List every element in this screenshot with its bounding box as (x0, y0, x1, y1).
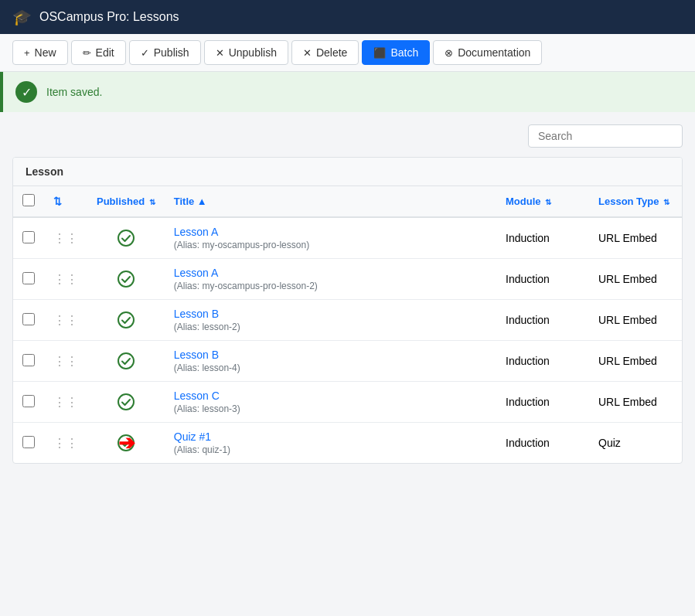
row-drag-cell: ⋮⋮ (44, 217, 87, 259)
row-checkbox[interactable] (22, 231, 35, 243)
row-published-cell (87, 300, 165, 341)
documentation-button[interactable]: ⊗ Documentation (433, 40, 542, 65)
search-input[interactable] (528, 124, 683, 148)
lesson-title-link[interactable]: Lesson A (174, 267, 219, 279)
published-status-icon[interactable] (97, 230, 155, 247)
drag-handle-icon[interactable]: ⋮⋮ (53, 437, 78, 450)
table-row: ⋮⋮ ➔ Quiz #1 (Alias: quiz-1) Induction Q… (13, 423, 682, 464)
row-checkbox-cell (13, 423, 44, 464)
published-sort-icon: ⇅ (149, 198, 155, 206)
published-status-icon[interactable] (97, 311, 155, 328)
row-checkbox[interactable] (22, 436, 35, 448)
row-published-cell (87, 217, 165, 259)
new-button-label: New (35, 46, 56, 59)
row-checkbox[interactable] (22, 395, 35, 407)
row-checkbox[interactable] (22, 354, 35, 366)
publish-button[interactable]: ✓ Publish (129, 40, 201, 65)
delete-button[interactable]: ✕ Delete (291, 40, 359, 65)
col-module-header[interactable]: Module ⇅ (496, 186, 589, 217)
lesson-type-value: Quiz (598, 437, 621, 449)
col-lesson-type-header[interactable]: Lesson Type ⇅ (589, 186, 682, 217)
module-value: Induction (506, 355, 550, 367)
row-checkbox[interactable] (22, 313, 35, 325)
app-title: OSCampus Pro: Lessons (39, 10, 179, 24)
svg-point-4 (118, 394, 134, 410)
row-published-cell (87, 341, 165, 382)
batch-icon: ⬛ (373, 47, 386, 59)
row-drag-cell: ⋮⋮ (44, 423, 87, 464)
row-checkbox-cell (13, 382, 44, 423)
row-checkbox-cell (13, 217, 44, 259)
row-lesson-type-cell: URL Embed (589, 341, 682, 382)
drag-handle-icon[interactable]: ⋮⋮ (53, 273, 78, 286)
svg-point-1 (118, 271, 134, 287)
panel-title: Lesson (13, 158, 682, 186)
toolbar: + New ✏ Edit ✓ Publish ✕ Unpublish ✕ Del… (0, 34, 695, 72)
row-module-cell: Induction (496, 217, 589, 259)
check-icon: ✓ (141, 47, 149, 59)
edit-button[interactable]: ✏ Edit (71, 40, 126, 65)
row-title-cell: Lesson C (Alias: lesson-3) (165, 382, 496, 423)
svg-point-0 (118, 230, 134, 246)
row-drag-cell: ⋮⋮ (44, 341, 87, 382)
drag-handle-icon[interactable]: ⋮⋮ (53, 396, 78, 409)
row-title-cell: Lesson B (Alias: lesson-4) (165, 341, 496, 382)
plus-icon: + (24, 47, 30, 59)
module-value: Induction (506, 232, 550, 244)
search-row (12, 124, 683, 148)
lesson-title-link[interactable]: Lesson B (174, 349, 219, 361)
row-title-cell: ➔ Quiz #1 (Alias: quiz-1) (165, 423, 496, 464)
table-header-row: ⇅ Published ⇅ Title ▲ Module ⇅ Lesson Ty (13, 186, 682, 217)
table-row: ⋮⋮ Lesson A (Alias: my-oscampus-pro-less… (13, 259, 682, 300)
lessons-panel: Lesson ⇅ Published ⇅ Title ▲ (12, 157, 683, 464)
unpublish-button-label: Unpublish (229, 46, 277, 59)
module-value: Induction (506, 314, 550, 326)
lesson-type-sort-icon: ⇅ (663, 198, 669, 206)
delete-button-label: Delete (316, 46, 347, 59)
row-module-cell: Induction (496, 382, 589, 423)
row-lesson-type-cell: URL Embed (589, 382, 682, 423)
lesson-alias: (Alias: lesson-3) (174, 403, 487, 414)
lesson-alias: (Alias: lesson-2) (174, 322, 487, 332)
lesson-type-value: URL Embed (598, 273, 657, 285)
lesson-type-value: URL Embed (598, 314, 657, 326)
lesson-title-link[interactable]: Lesson C (174, 390, 220, 402)
col-title-header[interactable]: Title ▲ (165, 186, 496, 217)
delete-icon: ✕ (303, 47, 312, 59)
unpublish-button[interactable]: ✕ Unpublish (204, 40, 288, 65)
table-row: ⋮⋮ Lesson A (Alias: my-oscampus-pro-less… (13, 217, 682, 259)
svg-point-2 (118, 312, 134, 328)
row-checkbox[interactable] (22, 272, 35, 284)
lesson-type-header-label: Lesson Type (598, 196, 659, 207)
lesson-title-link[interactable]: Lesson A (174, 226, 219, 238)
row-module-cell: Induction (496, 423, 589, 464)
lesson-title-link[interactable]: Lesson B (174, 308, 219, 320)
table-row: ⋮⋮ Lesson B (Alias: lesson-2) Induction … (13, 300, 682, 341)
published-status-icon[interactable] (97, 352, 155, 369)
lesson-alias: (Alias: quiz-1) (174, 444, 487, 455)
title-header-label: Title ▲ (174, 196, 207, 207)
drag-handle-icon[interactable]: ⋮⋮ (53, 355, 78, 368)
batch-button[interactable]: ⬛ Batch (362, 40, 430, 65)
drag-handle-icon[interactable]: ⋮⋮ (53, 314, 78, 327)
drag-handle-icon[interactable]: ⋮⋮ (53, 232, 78, 245)
new-button[interactable]: + New (12, 40, 68, 65)
module-header-label: Module (506, 196, 541, 207)
row-title-cell: Lesson B (Alias: lesson-2) (165, 300, 496, 341)
lesson-title-link[interactable]: Quiz #1 (174, 431, 211, 443)
x-icon: ✕ (216, 47, 224, 59)
order-sort-icon: ⇅ (53, 196, 62, 207)
content-area: Lesson ⇅ Published ⇅ Title ▲ (0, 112, 695, 476)
select-all-checkbox[interactable] (22, 194, 35, 206)
app-icon: 🎓 (12, 8, 32, 26)
published-status-icon[interactable] (97, 271, 155, 288)
row-drag-cell: ⋮⋮ (44, 382, 87, 423)
lesson-type-value: URL Embed (598, 232, 657, 244)
module-value: Induction (506, 396, 550, 408)
col-order: ⇅ (44, 186, 87, 217)
published-status-icon[interactable] (97, 393, 155, 410)
row-checkbox-cell (13, 341, 44, 382)
row-published-cell (87, 259, 165, 300)
col-published-header[interactable]: Published ⇅ (87, 186, 165, 217)
alert-message: Item saved. (46, 86, 102, 98)
